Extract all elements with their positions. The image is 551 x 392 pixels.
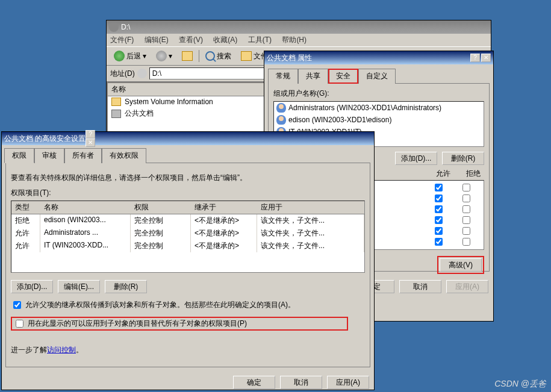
edit-perm-button[interactable]: 编辑(E)...	[58, 280, 100, 293]
adv-tabs: 权限 审核 所有者 有效权限	[2, 145, 374, 163]
replace-checkbox-row[interactable]: 用在此显示的可以应用到子对象的项目替代所有子对象的权限项目(P)	[11, 317, 348, 331]
folder-icon	[111, 110, 121, 118]
search-button[interactable]: 搜索	[202, 49, 235, 63]
col-perm[interactable]: 权限	[131, 201, 191, 214]
deny-header: 拒绝	[466, 169, 481, 179]
close-button[interactable]: ✕	[86, 138, 95, 147]
tab-audit[interactable]: 审核	[34, 148, 64, 163]
cancel-button[interactable]: 取消	[280, 376, 322, 389]
search-icon	[205, 51, 215, 61]
advanced-button[interactable]: 高级(V)	[440, 258, 482, 272]
ok-button[interactable]: 确定	[233, 376, 275, 389]
add-perm-button[interactable]: 添加(D)...	[11, 280, 53, 293]
props-title: 公共文档 属性	[267, 53, 312, 63]
deny-checkbox[interactable]	[462, 194, 470, 202]
allow-checkbox[interactable]	[435, 205, 443, 213]
perm-items-label: 权限项目(T):	[11, 188, 365, 198]
menu-fav[interactable]: 收藏(A)	[213, 36, 237, 44]
tab-security[interactable]: 安全	[328, 69, 358, 84]
allow-header: 允许	[436, 169, 450, 179]
up-button[interactable]	[178, 49, 196, 63]
learn-more-row: 进一步了解访问控制。	[11, 345, 365, 355]
perm-table[interactable]: 类型 名称 权限 继承于 应用于 拒绝 edison (WIN2003... 完…	[11, 201, 365, 273]
add-user-button[interactable]: 添加(D)...	[395, 152, 437, 165]
allow-checkbox[interactable]	[435, 184, 443, 191]
address-label: 地址(D)	[110, 69, 135, 79]
allow-checkbox[interactable]	[435, 238, 443, 246]
forward-icon	[156, 51, 167, 61]
adv-title: 公共文档 的高级安全设置	[4, 134, 86, 144]
allow-checkbox[interactable]	[435, 227, 443, 235]
cancel-button[interactable]: 取消	[399, 280, 441, 293]
props-titlebar[interactable]: 公共文档 属性 ? ✕	[264, 51, 493, 64]
back-button[interactable]: 后退 ▾	[110, 49, 150, 63]
tab-share[interactable]: 共享	[298, 69, 328, 84]
adv-panel: 要查看有关特殊权限的详细信息，请选择一个权限项目，然后单击“编辑”。 权限项目(…	[5, 163, 370, 367]
explorer-titlebar[interactable]: D:\	[107, 20, 491, 34]
access-control-link[interactable]: 访问控制	[47, 346, 76, 354]
menu-help[interactable]: 帮助(H)	[282, 36, 307, 44]
back-icon	[114, 51, 125, 61]
help-button[interactable]: ?	[86, 130, 95, 138]
props-tabs: 常规 共享 安全 自定义	[264, 64, 493, 83]
remove-perm-button[interactable]: 删除(R)	[105, 280, 147, 293]
inherit-checkbox-row[interactable]: 允许父项的继承权限传播到该对象和所有子对象。包括那些在此明确定义的项目(A)。	[11, 299, 295, 311]
deny-checkbox[interactable]	[462, 184, 470, 191]
adv-titlebar[interactable]: 公共文档 的高级安全设置 ? ✕	[2, 132, 374, 145]
forward-button[interactable]: ▾	[152, 49, 176, 63]
apply-button[interactable]: 应用(A)	[446, 280, 488, 293]
user-item[interactable]: Administrators (WIN2003-XDD1\Administrat…	[274, 102, 484, 114]
remove-user-button[interactable]: 删除(R)	[442, 152, 484, 165]
table-row[interactable]: 允许 IT (WIN2003-XDD... 完全控制 <不是继承的> 该文件夹，…	[11, 240, 364, 252]
user-icon	[276, 103, 286, 113]
user-item[interactable]: edison (WIN2003-XDD1\edison)	[274, 114, 484, 126]
folder-icon	[111, 98, 121, 106]
explorer-menubar: 文件(F) 编辑(E) 查看(V) 收藏(A) 工具(T) 帮助(H)	[107, 34, 491, 46]
user-icon	[276, 115, 286, 125]
folders-icon	[241, 51, 252, 61]
info-text: 要查看有关特殊权限的详细信息，请选择一个权限项目，然后单击“编辑”。	[11, 173, 365, 183]
col-type[interactable]: 类型	[11, 201, 40, 214]
table-row[interactable]: 拒绝 edison (WIN2003... 完全控制 <不是继承的> 该文件夹，…	[11, 214, 364, 227]
menu-edit[interactable]: 编辑(E)	[145, 36, 169, 44]
deny-checkbox[interactable]	[462, 238, 470, 246]
allow-checkbox[interactable]	[435, 216, 443, 224]
drive-icon	[109, 22, 119, 32]
table-row[interactable]: 允许 Administrators ... 完全控制 <不是继承的> 该文件夹，…	[11, 227, 364, 240]
menu-file[interactable]: 文件(F)	[110, 36, 134, 44]
deny-checkbox[interactable]	[462, 227, 470, 235]
tab-owner[interactable]: 所有者	[64, 148, 102, 163]
help-button[interactable]: ?	[470, 54, 480, 62]
tab-permissions[interactable]: 权限	[4, 148, 34, 163]
col-inherit[interactable]: 继承于	[191, 201, 257, 214]
table-header: 类型 名称 权限 继承于 应用于	[11, 201, 364, 214]
watermark: CSDN @丢爸	[494, 379, 546, 390]
tab-custom[interactable]: 自定义	[358, 69, 396, 84]
menu-view[interactable]: 查看(V)	[179, 36, 203, 44]
explorer-title: D:\	[121, 23, 130, 31]
group-users-label: 组或用户名称(G):	[273, 89, 484, 99]
deny-checkbox[interactable]	[462, 216, 470, 224]
apply-button[interactable]: 应用(A)	[327, 376, 369, 389]
advanced-security-dialog: 公共文档 的高级安全设置 ? ✕ 权限 审核 所有者 有效权限 要查看有关特殊权…	[1, 131, 375, 390]
replace-checkbox[interactable]	[16, 320, 23, 328]
inherit-checkbox[interactable]	[13, 301, 21, 309]
deny-checkbox[interactable]	[462, 205, 470, 213]
col-name[interactable]: 名称	[40, 201, 131, 214]
allow-checkbox[interactable]	[435, 194, 443, 202]
menu-tools[interactable]: 工具(T)	[248, 36, 272, 44]
tab-effective[interactable]: 有效权限	[102, 148, 146, 163]
folder-up-icon	[182, 51, 193, 61]
close-button[interactable]: ✕	[481, 54, 491, 62]
tab-general[interactable]: 常规	[268, 69, 298, 84]
col-apply[interactable]: 应用于	[257, 201, 364, 214]
drive-icon-small	[137, 69, 147, 78]
